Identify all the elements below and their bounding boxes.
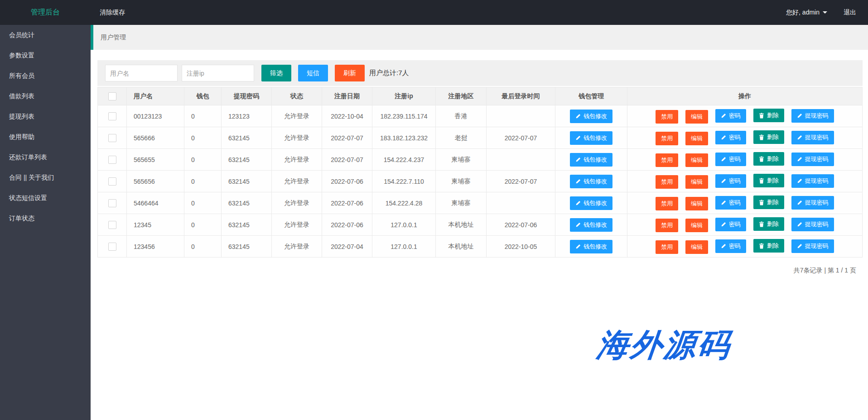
edit-button[interactable]: 编辑 (685, 240, 708, 254)
cell-reg-ip: 127.0.0.1 (372, 214, 436, 236)
withdraw-password-button[interactable]: 提现密码 (791, 196, 834, 210)
refresh-button[interactable]: 刷新 (335, 65, 365, 81)
row-checkbox[interactable] (108, 134, 116, 142)
cell-reg-ip: 154.222.4.237 (372, 149, 436, 171)
cell-withdraw-pwd: 632145 (222, 149, 272, 171)
withdraw-password-button[interactable]: 提现密码 (791, 131, 834, 144)
cell-last-login: 2022-07-07 (487, 171, 555, 192)
wallet-edit-button[interactable]: 钱包修改 (570, 110, 612, 123)
pencil-icon (797, 178, 802, 184)
pencil-icon (797, 157, 802, 162)
wallet-edit-button[interactable]: 钱包修改 (570, 240, 612, 253)
delete-button[interactable]: 删除 (753, 239, 784, 253)
row-checkbox[interactable] (108, 156, 116, 164)
app-brand: 管理后台 (0, 8, 91, 17)
withdraw-password-button[interactable]: 提现密码 (791, 174, 834, 188)
cell-withdraw-pwd: 632145 (222, 127, 272, 149)
sidebar-item-all-members[interactable]: 所有会员 (0, 66, 91, 86)
register-ip-filter-input[interactable] (182, 65, 254, 81)
wallet-edit-button[interactable]: 钱包修改 (570, 196, 612, 210)
row-checkbox[interactable] (108, 199, 116, 207)
wallet-edit-button[interactable]: 钱包修改 (570, 153, 612, 167)
cell-wallet: 0 (184, 127, 222, 149)
password-button[interactable]: 密码 (715, 196, 746, 210)
logout-button[interactable]: 退出 (835, 9, 868, 17)
delete-button[interactable]: 删除 (753, 130, 784, 144)
withdraw-password-button[interactable]: 提现密码 (791, 153, 834, 166)
delete-button[interactable]: 删除 (753, 196, 784, 209)
cell-reg-region: 老挝 (436, 127, 487, 149)
password-button[interactable]: 密码 (715, 109, 746, 123)
wallet-edit-button[interactable]: 钱包修改 (570, 131, 612, 145)
cell-wallet: 0 (184, 105, 222, 127)
sidebar-item-withdraw-list[interactable]: 提现列表 (0, 106, 91, 127)
password-button[interactable]: 密码 (715, 218, 746, 231)
row-checkbox[interactable] (108, 112, 116, 120)
tab-user-management[interactable]: 用户管理 (91, 25, 868, 50)
password-button[interactable]: 密码 (715, 153, 746, 166)
row-checkbox[interactable] (108, 221, 116, 229)
user-total-label: 用户总计:7人 (369, 69, 409, 77)
cell-wallet: 0 (184, 171, 222, 192)
pencil-icon (797, 113, 802, 119)
pagination-info: 共7条记录 | 第 1 / 1 页 (97, 267, 856, 275)
disable-button[interactable]: 禁用 (656, 132, 678, 145)
user-dropdown[interactable]: 您好, admin (778, 9, 835, 17)
header-status: 状态 (272, 87, 322, 105)
sidebar-item-order-status[interactable]: 订单状态 (0, 208, 91, 229)
cell-status: 允许登录 (272, 127, 322, 149)
cell-reg-date: 2022-07-06 (322, 214, 372, 236)
row-checkbox[interactable] (108, 243, 116, 251)
edit-button[interactable]: 编辑 (685, 132, 708, 145)
header-reg-ip: 注册ip (372, 87, 436, 105)
delete-button[interactable]: 删除 (753, 217, 784, 231)
disable-button[interactable]: 禁用 (656, 197, 678, 210)
password-button[interactable]: 密码 (715, 239, 746, 253)
sidebar-item-repay-orders[interactable]: 还款订单列表 (0, 147, 91, 167)
sidebar-item-member-stats[interactable]: 会员统计 (0, 25, 91, 45)
sidebar-item-contract-about[interactable]: 合同 || 关于我们 (0, 167, 91, 188)
sidebar-item-help[interactable]: 使用帮助 (0, 127, 91, 147)
disable-button[interactable]: 禁用 (656, 175, 678, 189)
sidebar-item-loan-list[interactable]: 借款列表 (0, 86, 91, 106)
filter-button[interactable]: 筛选 (261, 65, 291, 81)
clear-cache-button[interactable]: 清除缓存 (91, 0, 134, 25)
disable-button[interactable]: 禁用 (656, 219, 678, 232)
disable-button[interactable]: 禁用 (656, 110, 678, 124)
withdraw-password-button[interactable]: 提现密码 (791, 109, 834, 123)
sidebar-item-param-settings[interactable]: 参数设置 (0, 45, 91, 66)
header-wallet: 钱包 (184, 87, 222, 105)
withdraw-password-button[interactable]: 提现密码 (791, 218, 834, 231)
sms-button[interactable]: 短信 (298, 65, 328, 81)
disable-button[interactable]: 禁用 (656, 240, 678, 254)
navbar-right: 您好, admin 退出 (778, 9, 868, 17)
edit-button[interactable]: 编辑 (685, 175, 708, 189)
withdraw-password-button[interactable]: 提现密码 (791, 239, 834, 253)
password-button[interactable]: 密码 (715, 174, 746, 188)
header-last-login: 最后登录时间 (487, 87, 555, 105)
disable-button[interactable]: 禁用 (656, 153, 678, 167)
row-checkbox[interactable] (108, 177, 116, 186)
sidebar-item-sms-settings[interactable]: 状态短信设置 (0, 188, 91, 208)
edit-button[interactable]: 编辑 (685, 110, 708, 124)
pencil-icon (721, 135, 726, 140)
cell-last-login: 2022-10-05 (487, 236, 555, 258)
cell-status: 允许登录 (272, 171, 322, 192)
username-filter-input[interactable] (105, 65, 178, 81)
select-all-checkbox[interactable] (108, 92, 116, 100)
user-table-wrap: 用户名 钱包 提现密码 状态 注册日期 注册ip 注册地区 最后登录时间 钱包管… (97, 87, 863, 275)
delete-button[interactable]: 删除 (753, 152, 784, 166)
edit-button[interactable]: 编辑 (685, 197, 708, 210)
cell-reg-date: 2022-07-07 (322, 127, 372, 149)
trash-icon (759, 134, 764, 140)
edit-button[interactable]: 编辑 (685, 153, 708, 167)
wallet-edit-button[interactable]: 钱包修改 (570, 218, 612, 232)
delete-button[interactable]: 删除 (753, 174, 784, 187)
wallet-edit-button[interactable]: 钱包修改 (570, 175, 612, 188)
password-button[interactable]: 密码 (715, 131, 746, 144)
cell-status: 允许登录 (272, 236, 322, 258)
edit-button[interactable]: 编辑 (685, 219, 708, 232)
cell-reg-region: 香港 (436, 105, 487, 127)
table-row: 123456 0 632145 允许登录 2022-07-04 127.0.0.… (98, 236, 863, 258)
delete-button[interactable]: 删除 (753, 109, 784, 122)
